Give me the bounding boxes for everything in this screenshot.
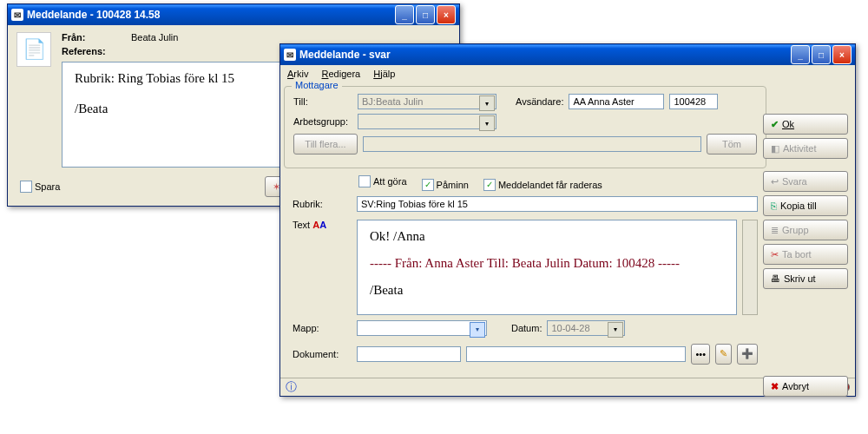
rubrik-field[interactable] xyxy=(357,196,758,212)
minimize-button[interactable]: _ xyxy=(791,45,810,64)
mottagare-group: Mottagare Till: ▾ Avsändare: Arbetsgrupp… xyxy=(284,86,766,168)
window-title: Meddelande - 100428 14.58 xyxy=(27,9,160,21)
format-icon[interactable]: A xyxy=(312,220,319,230)
ellipsis-icon: ••• xyxy=(695,349,706,359)
paminn-checkbox[interactable]: ✓Påminn xyxy=(422,179,469,191)
till-combo[interactable] xyxy=(358,94,496,109)
tillflera-label: Till flera... xyxy=(305,139,345,149)
titlebar[interactable]: ✉ Meddelande - 100428 14.58 _ □ × xyxy=(8,4,459,25)
avsandare-label: Avsändare: xyxy=(516,96,563,107)
x-icon: ✖ xyxy=(771,381,779,392)
msg-line: /Beata xyxy=(370,283,724,298)
grupp-button[interactable]: ≣Grupp xyxy=(763,220,848,240)
browse-button[interactable]: ••• xyxy=(691,344,710,365)
from-label: Från: xyxy=(62,32,114,43)
format-icon[interactable]: A xyxy=(319,220,326,230)
delete-icon: ✂ xyxy=(771,249,779,260)
spara-checkbox[interactable]: Spara xyxy=(20,181,60,193)
dokument-label: Dokument: xyxy=(293,349,352,359)
chevron-down-icon[interactable]: ▾ xyxy=(608,322,623,338)
grupp-label: Grupp xyxy=(782,225,809,235)
code-field[interactable] xyxy=(669,94,718,109)
close-button[interactable]: × xyxy=(437,5,456,24)
tillflera-field xyxy=(363,136,701,152)
ok-button[interactable]: ✔Ok xyxy=(763,114,848,135)
dokument-field-1[interactable] xyxy=(357,346,461,362)
till-label: Till: xyxy=(293,96,352,107)
tillflera-button[interactable]: Till flera... xyxy=(293,134,358,155)
aktivitet-button[interactable]: ◧Aktivitet xyxy=(763,138,848,159)
add-doc-button[interactable]: ➕ xyxy=(737,344,758,365)
copy-icon: ⎘ xyxy=(771,201,777,211)
app-icon: ✉ xyxy=(284,49,296,61)
paminn-label: Påminn xyxy=(437,180,469,190)
msg-line: ----- Från: Anna Aster Till: Beata Julin… xyxy=(370,256,724,271)
message-icon: 📄 xyxy=(16,32,51,67)
skrivut-button[interactable]: 🖶Skriv ut xyxy=(763,268,848,289)
aktivitet-label: Aktivitet xyxy=(783,143,817,154)
scrollbar[interactable] xyxy=(742,220,758,315)
checkbox-icon xyxy=(20,181,32,193)
maximize-button[interactable]: □ xyxy=(416,5,435,24)
checkbox-icon xyxy=(358,175,371,187)
attgora-label: Att göra xyxy=(373,176,407,187)
edit-doc-button[interactable]: ✎ xyxy=(715,344,732,365)
text-label: Text AA xyxy=(293,220,352,315)
app-icon: ✉ xyxy=(11,9,23,21)
tom-button[interactable]: Töm xyxy=(707,134,757,155)
mapp-combo[interactable] xyxy=(357,320,487,336)
kopia-button[interactable]: ⎘Kopia till xyxy=(763,195,848,216)
plus-icon: ➕ xyxy=(741,348,753,359)
checkbox-icon: ✓ xyxy=(483,179,496,191)
tabort-button[interactable]: ✂Ta bort xyxy=(763,244,848,265)
icon-column: 📄 xyxy=(16,32,53,168)
text-area[interactable]: Ok! /Anna ----- Från: Anna Aster Till: B… xyxy=(357,220,737,315)
avbryt-label: Avbryt xyxy=(782,381,809,391)
reply-window: ✉ Meddelande - svar _ □ × Arkiv Redigera… xyxy=(279,43,856,397)
menu-redigera[interactable]: Redigera xyxy=(322,69,361,79)
chevron-down-icon[interactable]: ▾ xyxy=(470,322,485,338)
reply-icon: ↩ xyxy=(771,176,779,187)
radera-label: Meddelandet får raderas xyxy=(498,180,602,190)
svara-button[interactable]: ↩Svara xyxy=(763,171,848,192)
chevron-down-icon[interactable]: ▾ xyxy=(479,115,495,131)
datum-label: Datum: xyxy=(511,323,542,333)
window-title: Meddelande - svar xyxy=(299,49,391,61)
msg-line: Ok! /Anna xyxy=(370,229,724,244)
activity-icon: ◧ xyxy=(771,143,779,155)
tabort-label: Ta bort xyxy=(782,249,812,260)
ok-label: Ok xyxy=(782,119,794,129)
rubrik-label: Rubrik: xyxy=(293,199,352,209)
arbetsgrupp-label: Arbetsgrupp: xyxy=(293,116,352,127)
dokument-field-2[interactable] xyxy=(466,346,686,362)
action-panel: ✔Ok ◧Aktivitet ↩Svara ⎘Kopia till ≣Grupp… xyxy=(763,114,848,400)
close-button[interactable]: × xyxy=(832,45,852,64)
checkbox-icon: ✓ xyxy=(422,179,434,191)
menu-arkiv[interactable]: Arkiv xyxy=(287,69,308,79)
menu-hjalp[interactable]: Hjälp xyxy=(373,69,395,79)
group-icon: ≣ xyxy=(771,225,779,236)
maximize-button[interactable]: □ xyxy=(812,45,831,64)
radera-checkbox[interactable]: ✓Meddelandet får raderas xyxy=(483,179,602,191)
skrivut-label: Skriv ut xyxy=(784,273,816,284)
check-icon: ✔ xyxy=(771,119,779,130)
kopia-label: Kopia till xyxy=(780,201,817,211)
mapp-label: Mapp: xyxy=(293,323,352,333)
avbryt-button[interactable]: ✖Avbryt xyxy=(763,376,848,397)
chevron-down-icon[interactable]: ▾ xyxy=(479,95,495,111)
print-icon: 🖶 xyxy=(771,273,780,284)
attgora-checkbox[interactable]: Att göra xyxy=(358,175,407,187)
menubar: Arkiv Redigera Hjälp xyxy=(280,65,855,82)
group-legend: Mottagare xyxy=(292,80,342,90)
tom-label: Töm xyxy=(722,139,741,149)
from-value: Beata Julin xyxy=(131,32,178,43)
minimize-button[interactable]: _ xyxy=(395,5,414,24)
avsandare-field[interactable] xyxy=(569,94,664,109)
arbetsgrupp-combo[interactable] xyxy=(358,114,496,129)
status-icon: ⓘ xyxy=(286,379,297,395)
svara-label: Svara xyxy=(782,176,807,187)
spara-label: Spara xyxy=(35,181,60,192)
pencil-icon: ✎ xyxy=(720,348,727,359)
titlebar[interactable]: ✉ Meddelande - svar _ □ × xyxy=(280,44,855,65)
